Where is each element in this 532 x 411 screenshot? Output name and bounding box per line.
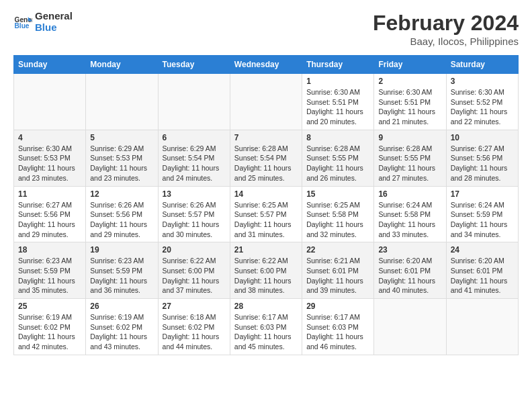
calendar-cell: 11Sunrise: 6:27 AM Sunset: 5:56 PM Dayli… (14, 186, 86, 242)
calendar-cell (158, 74, 230, 130)
day-info: Sunrise: 6:23 AM Sunset: 5:59 PM Dayligh… (90, 256, 153, 295)
day-number: 4 (18, 133, 81, 142)
day-info: Sunrise: 6:24 AM Sunset: 5:58 PM Dayligh… (378, 200, 441, 240)
calendar-cell (86, 74, 158, 130)
day-info: Sunrise: 6:29 AM Sunset: 5:54 PM Dayligh… (163, 144, 226, 183)
weekday-header-thursday: Thursday (302, 56, 374, 74)
day-info: Sunrise: 6:22 AM Sunset: 6:00 PM Dayligh… (234, 256, 298, 295)
day-number: 3 (451, 77, 514, 86)
calendar-cell: 26Sunrise: 6:19 AM Sunset: 6:02 PM Dayli… (86, 299, 158, 355)
day-number: 20 (163, 245, 226, 255)
day-number: 26 (90, 302, 153, 311)
day-info: Sunrise: 6:23 AM Sunset: 5:59 PM Dayligh… (18, 256, 81, 295)
day-info: Sunrise: 6:25 AM Sunset: 5:57 PM Dayligh… (234, 200, 298, 240)
day-info: Sunrise: 6:20 AM Sunset: 6:01 PM Dayligh… (451, 256, 514, 295)
calendar-cell: 23Sunrise: 6:20 AM Sunset: 6:01 PM Dayli… (374, 242, 446, 299)
logo-icon: General Blue (13, 13, 32, 32)
day-info: Sunrise: 6:18 AM Sunset: 6:02 PM Dayligh… (163, 312, 226, 352)
calendar-cell: 18Sunrise: 6:23 AM Sunset: 5:59 PM Dayli… (14, 242, 86, 299)
calendar-cell: 28Sunrise: 6:17 AM Sunset: 6:03 PM Dayli… (230, 299, 302, 355)
calendar-cell: 29Sunrise: 6:17 AM Sunset: 6:03 PM Dayli… (302, 299, 374, 355)
day-number: 22 (306, 245, 369, 255)
day-info: Sunrise: 6:24 AM Sunset: 5:59 PM Dayligh… (451, 200, 514, 240)
header: General Blue General Blue February 2024 … (13, 11, 519, 47)
day-info: Sunrise: 6:30 AM Sunset: 5:53 PM Dayligh… (18, 144, 81, 183)
calendar-week-row: 18Sunrise: 6:23 AM Sunset: 5:59 PM Dayli… (14, 242, 519, 299)
day-number: 1 (306, 77, 369, 86)
day-number: 13 (163, 189, 226, 199)
calendar-cell: 6Sunrise: 6:29 AM Sunset: 5:54 PM Daylig… (158, 130, 230, 186)
weekday-header-monday: Monday (86, 56, 158, 74)
calendar-cell: 17Sunrise: 6:24 AM Sunset: 5:59 PM Dayli… (446, 186, 518, 242)
day-number: 25 (18, 302, 81, 311)
day-info: Sunrise: 6:30 AM Sunset: 5:51 PM Dayligh… (306, 87, 369, 127)
day-info: Sunrise: 6:17 AM Sunset: 6:03 PM Dayligh… (234, 312, 298, 352)
day-info: Sunrise: 6:30 AM Sunset: 5:52 PM Dayligh… (451, 87, 514, 127)
day-number: 15 (306, 189, 369, 199)
calendar-cell: 1Sunrise: 6:30 AM Sunset: 5:51 PM Daylig… (302, 74, 374, 130)
day-number: 18 (18, 245, 81, 255)
calendar-cell: 9Sunrise: 6:28 AM Sunset: 5:55 PM Daylig… (374, 130, 446, 186)
calendar-cell: 4Sunrise: 6:30 AM Sunset: 5:53 PM Daylig… (14, 130, 86, 186)
day-number: 2 (378, 77, 441, 86)
day-number: 5 (90, 133, 153, 142)
logo-line1: General (35, 11, 73, 22)
day-number: 16 (378, 189, 441, 199)
calendar-cell (446, 299, 518, 355)
day-number: 29 (306, 302, 369, 311)
calendar-week-row: 4Sunrise: 6:30 AM Sunset: 5:53 PM Daylig… (14, 130, 519, 186)
calendar-cell: 2Sunrise: 6:30 AM Sunset: 5:51 PM Daylig… (374, 74, 446, 130)
calendar-cell: 16Sunrise: 6:24 AM Sunset: 5:58 PM Dayli… (374, 186, 446, 242)
day-number: 7 (234, 133, 298, 142)
calendar-cell: 7Sunrise: 6:28 AM Sunset: 5:54 PM Daylig… (230, 130, 302, 186)
day-number: 19 (90, 245, 153, 255)
day-number: 11 (18, 189, 81, 199)
weekday-header-tuesday: Tuesday (158, 56, 230, 74)
day-number: 6 (163, 133, 226, 142)
calendar-cell: 15Sunrise: 6:25 AM Sunset: 5:58 PM Dayli… (302, 186, 374, 242)
calendar-cell: 24Sunrise: 6:20 AM Sunset: 6:01 PM Dayli… (446, 242, 518, 299)
weekday-header-row: SundayMondayTuesdayWednesdayThursdayFrid… (14, 56, 519, 74)
day-number: 14 (234, 189, 298, 199)
calendar-cell: 8Sunrise: 6:28 AM Sunset: 5:55 PM Daylig… (302, 130, 374, 186)
day-info: Sunrise: 6:27 AM Sunset: 5:56 PM Dayligh… (18, 200, 81, 240)
calendar-cell: 14Sunrise: 6:25 AM Sunset: 5:57 PM Dayli… (230, 186, 302, 242)
calendar-cell: 5Sunrise: 6:29 AM Sunset: 5:53 PM Daylig… (86, 130, 158, 186)
day-info: Sunrise: 6:22 AM Sunset: 6:00 PM Dayligh… (163, 256, 226, 295)
calendar-cell: 12Sunrise: 6:26 AM Sunset: 5:56 PM Dayli… (86, 186, 158, 242)
sub-title: Baay, Ilocos, Philippines (373, 36, 519, 47)
calendar-cell: 13Sunrise: 6:26 AM Sunset: 5:57 PM Dayli… (158, 186, 230, 242)
day-number: 12 (90, 189, 153, 199)
title-area: February 2024 Baay, Ilocos, Philippines (373, 11, 519, 47)
weekday-header-wednesday: Wednesday (230, 56, 302, 74)
day-info: Sunrise: 6:27 AM Sunset: 5:56 PM Dayligh… (451, 144, 514, 183)
day-info: Sunrise: 6:19 AM Sunset: 6:02 PM Dayligh… (90, 312, 153, 352)
day-info: Sunrise: 6:28 AM Sunset: 5:54 PM Dayligh… (234, 144, 298, 183)
day-info: Sunrise: 6:28 AM Sunset: 5:55 PM Dayligh… (306, 144, 369, 183)
day-number: 8 (306, 133, 369, 142)
main-title: February 2024 (373, 11, 519, 36)
day-info: Sunrise: 6:26 AM Sunset: 5:56 PM Dayligh… (90, 200, 153, 240)
day-number: 27 (163, 302, 226, 311)
weekday-header-friday: Friday (374, 56, 446, 74)
weekday-header-saturday: Saturday (446, 56, 518, 74)
calendar-week-row: 1Sunrise: 6:30 AM Sunset: 5:51 PM Daylig… (14, 74, 519, 130)
calendar-cell (230, 74, 302, 130)
calendar-week-row: 11Sunrise: 6:27 AM Sunset: 5:56 PM Dayli… (14, 186, 519, 242)
calendar-cell: 25Sunrise: 6:19 AM Sunset: 6:02 PM Dayli… (14, 299, 86, 355)
calendar-cell: 27Sunrise: 6:18 AM Sunset: 6:02 PM Dayli… (158, 299, 230, 355)
calendar-week-row: 25Sunrise: 6:19 AM Sunset: 6:02 PM Dayli… (14, 299, 519, 355)
calendar-cell (374, 299, 446, 355)
day-number: 24 (451, 245, 514, 255)
svg-text:Blue: Blue (15, 22, 30, 30)
day-info: Sunrise: 6:17 AM Sunset: 6:03 PM Dayligh… (306, 312, 369, 352)
calendar-cell (14, 74, 86, 130)
logo: General Blue General Blue (13, 11, 73, 33)
calendar-cell: 19Sunrise: 6:23 AM Sunset: 5:59 PM Dayli… (86, 242, 158, 299)
calendar-cell: 10Sunrise: 6:27 AM Sunset: 5:56 PM Dayli… (446, 130, 518, 186)
logo-line2: Blue (35, 22, 73, 34)
day-number: 10 (451, 133, 514, 142)
day-info: Sunrise: 6:30 AM Sunset: 5:51 PM Dayligh… (378, 87, 441, 127)
day-number: 28 (234, 302, 298, 311)
day-info: Sunrise: 6:21 AM Sunset: 6:01 PM Dayligh… (306, 256, 369, 295)
